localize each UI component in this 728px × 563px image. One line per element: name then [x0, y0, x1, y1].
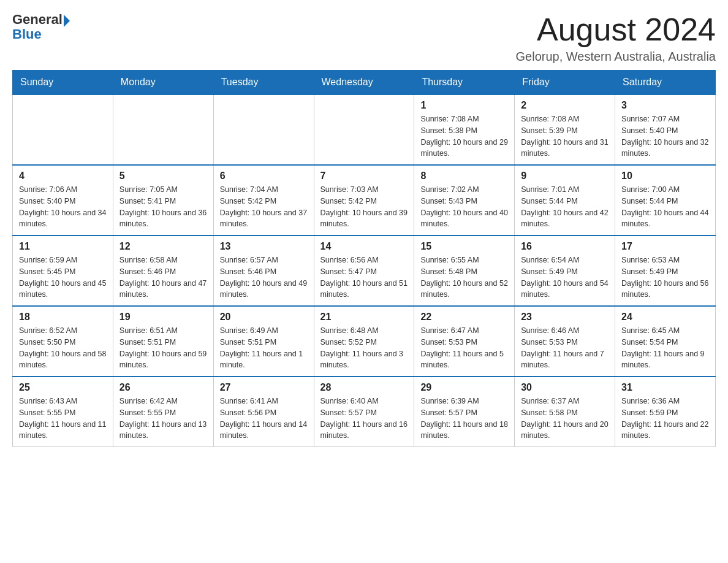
- page-header: General Blue August 2024 Gelorup, Wester…: [12, 12, 716, 64]
- col-wednesday: Wednesday: [314, 71, 414, 95]
- day-info: Sunrise: 6:51 AMSunset: 5:51 PMDaylight:…: [119, 325, 207, 371]
- calendar-week-row: 18Sunrise: 6:52 AMSunset: 5:50 PMDayligh…: [13, 306, 716, 377]
- day-number: 3: [621, 100, 709, 111]
- day-number: 25: [19, 382, 107, 393]
- day-number: 27: [220, 382, 308, 393]
- day-info: Sunrise: 6:59 AMSunset: 5:45 PMDaylight:…: [19, 255, 107, 301]
- day-number: 11: [19, 241, 107, 252]
- table-row: 17Sunrise: 6:53 AMSunset: 5:49 PMDayligh…: [615, 236, 716, 306]
- col-tuesday: Tuesday: [213, 71, 314, 95]
- day-number: 29: [420, 382, 508, 393]
- table-row: 29Sunrise: 6:39 AMSunset: 5:57 PMDayligh…: [414, 377, 515, 447]
- day-number: 23: [521, 312, 609, 323]
- table-row: 6Sunrise: 7:04 AMSunset: 5:42 PMDaylight…: [213, 165, 314, 236]
- table-row: 12Sunrise: 6:58 AMSunset: 5:46 PMDayligh…: [113, 236, 213, 306]
- table-row: 30Sunrise: 6:37 AMSunset: 5:58 PMDayligh…: [515, 377, 615, 447]
- location-subtitle: Gelorup, Western Australia, Australia: [516, 50, 716, 64]
- day-number: 26: [119, 382, 207, 393]
- table-row: 19Sunrise: 6:51 AMSunset: 5:51 PMDayligh…: [113, 306, 213, 377]
- table-row: 25Sunrise: 6:43 AMSunset: 5:55 PMDayligh…: [13, 377, 113, 447]
- table-row: 1Sunrise: 7:08 AMSunset: 5:38 PMDaylight…: [414, 94, 515, 165]
- calendar-week-row: 4Sunrise: 7:06 AMSunset: 5:40 PMDaylight…: [13, 165, 716, 236]
- table-row: 11Sunrise: 6:59 AMSunset: 5:45 PMDayligh…: [13, 236, 113, 306]
- day-number: 9: [521, 170, 609, 182]
- day-number: 18: [19, 312, 107, 323]
- month-year-title: August 2024: [516, 12, 716, 47]
- day-number: 12: [119, 241, 207, 252]
- day-info: Sunrise: 6:58 AMSunset: 5:46 PMDaylight:…: [119, 255, 207, 301]
- table-row: [213, 94, 314, 165]
- table-row: 9Sunrise: 7:01 AMSunset: 5:44 PMDaylight…: [515, 165, 615, 236]
- day-info: Sunrise: 6:48 AMSunset: 5:52 PMDaylight:…: [320, 325, 408, 371]
- day-info: Sunrise: 7:08 AMSunset: 5:39 PMDaylight:…: [521, 113, 609, 159]
- day-number: 10: [621, 170, 709, 182]
- day-number: 14: [320, 241, 408, 252]
- table-row: 23Sunrise: 6:46 AMSunset: 5:53 PMDayligh…: [515, 306, 615, 377]
- day-number: 16: [521, 241, 609, 252]
- table-row: 26Sunrise: 6:42 AMSunset: 5:55 PMDayligh…: [113, 377, 213, 447]
- table-row: 31Sunrise: 6:36 AMSunset: 5:59 PMDayligh…: [615, 377, 716, 447]
- col-thursday: Thursday: [414, 71, 515, 95]
- table-row: 18Sunrise: 6:52 AMSunset: 5:50 PMDayligh…: [13, 306, 113, 377]
- col-saturday: Saturday: [615, 71, 716, 95]
- table-row: 5Sunrise: 7:05 AMSunset: 5:41 PMDaylight…: [113, 165, 213, 236]
- day-number: 31: [621, 382, 709, 393]
- table-row: 28Sunrise: 6:40 AMSunset: 5:57 PMDayligh…: [314, 377, 414, 447]
- table-row: 8Sunrise: 7:02 AMSunset: 5:43 PMDaylight…: [414, 165, 515, 236]
- day-info: Sunrise: 6:57 AMSunset: 5:46 PMDaylight:…: [220, 255, 308, 301]
- table-row: 14Sunrise: 6:56 AMSunset: 5:47 PMDayligh…: [314, 236, 414, 306]
- day-number: 7: [320, 170, 408, 182]
- day-info: Sunrise: 6:47 AMSunset: 5:53 PMDaylight:…: [420, 325, 508, 371]
- day-info: Sunrise: 7:08 AMSunset: 5:38 PMDaylight:…: [420, 113, 508, 159]
- day-info: Sunrise: 6:52 AMSunset: 5:50 PMDaylight:…: [19, 325, 107, 371]
- day-number: 8: [420, 170, 508, 182]
- table-row: 13Sunrise: 6:57 AMSunset: 5:46 PMDayligh…: [213, 236, 314, 306]
- day-info: Sunrise: 6:55 AMSunset: 5:48 PMDaylight:…: [420, 255, 508, 301]
- logo-blue: Blue: [12, 27, 70, 42]
- day-info: Sunrise: 6:41 AMSunset: 5:56 PMDaylight:…: [220, 396, 308, 442]
- day-info: Sunrise: 6:56 AMSunset: 5:47 PMDaylight:…: [320, 255, 408, 301]
- day-number: 5: [119, 170, 207, 182]
- day-info: Sunrise: 7:06 AMSunset: 5:40 PMDaylight:…: [19, 184, 107, 230]
- day-number: 15: [420, 241, 508, 252]
- calendar-week-row: 11Sunrise: 6:59 AMSunset: 5:45 PMDayligh…: [13, 236, 716, 306]
- calendar-week-row: 25Sunrise: 6:43 AMSunset: 5:55 PMDayligh…: [13, 377, 716, 447]
- calendar-table: Sunday Monday Tuesday Wednesday Thursday…: [12, 70, 716, 447]
- logo-general: General: [12, 12, 63, 27]
- table-row: [113, 94, 213, 165]
- day-number: 24: [621, 312, 709, 323]
- table-row: 10Sunrise: 7:00 AMSunset: 5:44 PMDayligh…: [615, 165, 716, 236]
- day-number: 28: [320, 382, 408, 393]
- table-row: [13, 94, 113, 165]
- day-number: 21: [320, 312, 408, 323]
- day-info: Sunrise: 7:07 AMSunset: 5:40 PMDaylight:…: [621, 113, 709, 159]
- day-info: Sunrise: 6:49 AMSunset: 5:51 PMDaylight:…: [220, 325, 308, 371]
- day-info: Sunrise: 6:43 AMSunset: 5:55 PMDaylight:…: [19, 396, 107, 442]
- day-info: Sunrise: 6:54 AMSunset: 5:49 PMDaylight:…: [521, 255, 609, 301]
- table-row: 24Sunrise: 6:45 AMSunset: 5:54 PMDayligh…: [615, 306, 716, 377]
- table-row: 21Sunrise: 6:48 AMSunset: 5:52 PMDayligh…: [314, 306, 414, 377]
- day-number: 20: [220, 312, 308, 323]
- day-number: 19: [119, 312, 207, 323]
- day-number: 4: [19, 170, 107, 182]
- col-sunday: Sunday: [13, 71, 113, 95]
- table-row: 20Sunrise: 6:49 AMSunset: 5:51 PMDayligh…: [213, 306, 314, 377]
- day-info: Sunrise: 7:02 AMSunset: 5:43 PMDaylight:…: [420, 184, 508, 230]
- table-row: 16Sunrise: 6:54 AMSunset: 5:49 PMDayligh…: [515, 236, 615, 306]
- day-info: Sunrise: 6:45 AMSunset: 5:54 PMDaylight:…: [621, 325, 709, 371]
- table-row: 27Sunrise: 6:41 AMSunset: 5:56 PMDayligh…: [213, 377, 314, 447]
- table-row: 7Sunrise: 7:03 AMSunset: 5:42 PMDaylight…: [314, 165, 414, 236]
- calendar-header-row: Sunday Monday Tuesday Wednesday Thursday…: [13, 71, 716, 95]
- day-info: Sunrise: 7:05 AMSunset: 5:41 PMDaylight:…: [119, 184, 207, 230]
- table-row: 3Sunrise: 7:07 AMSunset: 5:40 PMDaylight…: [615, 94, 716, 165]
- day-info: Sunrise: 6:46 AMSunset: 5:53 PMDaylight:…: [521, 325, 609, 371]
- day-info: Sunrise: 6:42 AMSunset: 5:55 PMDaylight:…: [119, 396, 207, 442]
- day-info: Sunrise: 6:40 AMSunset: 5:57 PMDaylight:…: [320, 396, 408, 442]
- table-row: 4Sunrise: 7:06 AMSunset: 5:40 PMDaylight…: [13, 165, 113, 236]
- day-info: Sunrise: 6:53 AMSunset: 5:49 PMDaylight:…: [621, 255, 709, 301]
- day-info: Sunrise: 7:04 AMSunset: 5:42 PMDaylight:…: [220, 184, 308, 230]
- day-number: 2: [521, 100, 609, 111]
- day-number: 22: [420, 312, 508, 323]
- calendar-week-row: 1Sunrise: 7:08 AMSunset: 5:38 PMDaylight…: [13, 94, 716, 165]
- day-info: Sunrise: 7:01 AMSunset: 5:44 PMDaylight:…: [521, 184, 609, 230]
